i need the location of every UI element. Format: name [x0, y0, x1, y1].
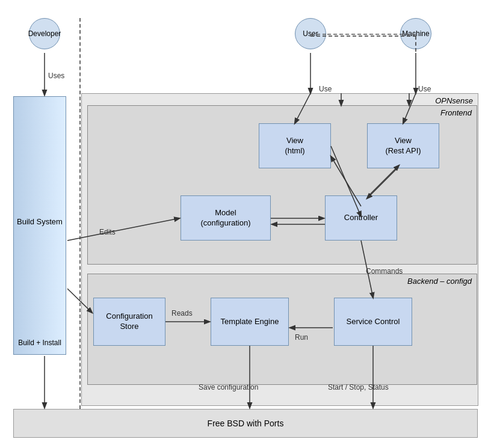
actor-developer: Developer [29, 18, 60, 49]
config-store-box: ConfigurationStore [93, 298, 165, 346]
frontend-label: Frontend [440, 108, 472, 117]
view-html-box: View(html) [259, 123, 331, 168]
svg-text:Use: Use [319, 85, 332, 93]
actor-user: User [295, 18, 326, 49]
controller-box: Controller [325, 195, 397, 241]
view-rest-box: View(Rest API) [367, 123, 439, 168]
user-circle: User [295, 18, 326, 49]
service-control-box: Service Control [334, 298, 412, 346]
svg-text:Uses: Uses [48, 72, 64, 80]
build-install-label: Build + Install [18, 339, 61, 347]
machine-circle: Machine [400, 18, 431, 49]
build-system-box: Build System Build + Install [13, 96, 66, 355]
opnsense-label: OPNsense [435, 96, 473, 105]
template-engine-box: Template Engine [211, 298, 289, 346]
svg-text:Use: Use [418, 85, 431, 93]
backend-label: Backend – configd [407, 277, 472, 286]
actor-machine: Machine [400, 18, 431, 49]
diagram-container: Developer User Machine Build System Buil… [0, 0, 491, 448]
model-box: Model(configuration) [181, 195, 271, 241]
developer-circle: Developer [29, 18, 60, 49]
build-system-label: Build System [17, 104, 63, 339]
freebsd-bar: Free BSD with Ports [13, 409, 478, 438]
separator-line [79, 18, 81, 415]
